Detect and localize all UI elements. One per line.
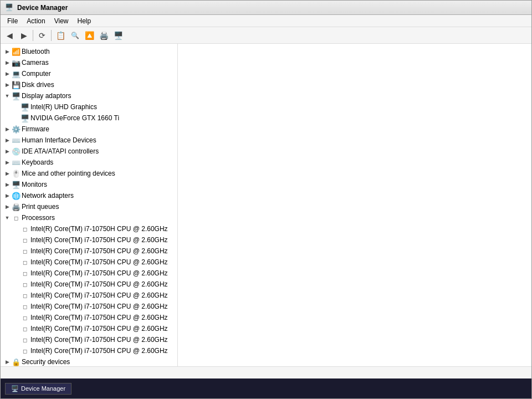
tree-expander[interactable]	[12, 258, 21, 267]
tree-expander[interactable]: ▶	[3, 180, 12, 189]
tree-expander[interactable]	[12, 103, 21, 111]
toolbar-rollback[interactable]: 🖨️	[97, 29, 110, 42]
tree-node-icon: ⚙️	[12, 125, 21, 134]
tree-item[interactable]: 🖥️NVIDIA GeForce GTX 1660 Ti	[1, 112, 177, 124]
tree-node-label: IDE ATA/ATAPI controllers	[22, 147, 99, 155]
tree-item[interactable]: ▶⚙️Firmware	[1, 124, 177, 135]
tree-node-label: Intel(R) Core(TM) i7-10750H CPU @ 2.60GH…	[30, 325, 168, 332]
menu-file[interactable]: File	[3, 16, 22, 26]
menu-help[interactable]: Help	[73, 16, 96, 26]
toolbar-forward[interactable]: ▶	[17, 29, 30, 42]
toolbar-back[interactable]: ◀	[3, 29, 16, 42]
tree-node-label: Intel(R) UHD Graphics	[30, 103, 97, 111]
tree-item[interactable]: ◻Intel(R) Core(TM) i7-10750H CPU @ 2.60G…	[1, 245, 177, 257]
tree-node-label: Intel(R) Core(TM) i7-10750H CPU @ 2.60GH…	[30, 247, 168, 255]
tree-item[interactable]: ◻Intel(R) Core(TM) i7-10750H CPU @ 2.60G…	[1, 279, 177, 290]
tree-item[interactable]: ▶📷Cameras	[1, 57, 177, 68]
tree-item[interactable]: ◻Intel(R) Core(TM) i7-10750H CPU @ 2.60G…	[1, 301, 177, 312]
tree-node-label: Intel(R) Core(TM) i7-10750H CPU @ 2.60GH…	[30, 258, 168, 266]
tree-node-label: Intel(R) Core(TM) i7-10750H CPU @ 2.60GH…	[30, 303, 168, 310]
tree-item[interactable]: ◻Intel(R) Core(TM) i7-10750H CPU @ 2.60G…	[1, 323, 177, 334]
toolbar-refresh[interactable]: ⟳	[35, 29, 49, 42]
tree-expander[interactable]: ▼	[3, 213, 12, 222]
tree-item[interactable]: ▶💿IDE ATA/ATAPI controllers	[1, 146, 177, 157]
tree-expander[interactable]	[12, 280, 21, 289]
toolbar-update[interactable]: 🔼	[83, 29, 96, 42]
tree-expander[interactable]: ▶	[3, 202, 12, 211]
tree-item[interactable]: ▶🖨️Print queues	[1, 201, 177, 212]
tree-node-label: Intel(R) Core(TM) i7-10750H CPU @ 2.60GH…	[30, 336, 168, 344]
tree-expander[interactable]	[12, 324, 21, 333]
tree-expander[interactable]: ▼	[3, 91, 12, 100]
title-bar-text: Device Manager	[17, 4, 68, 12]
tree-expander[interactable]	[12, 291, 21, 300]
menu-view[interactable]: View	[50, 16, 73, 26]
tree-item[interactable]: ◻Intel(R) Core(TM) i7-10750H CPU @ 2.60G…	[1, 290, 177, 301]
tree-expander[interactable]	[12, 114, 21, 122]
tree-node-icon: ⌨️	[12, 136, 21, 145]
status-bar	[1, 366, 531, 378]
tree-node-icon: 🖥️	[21, 114, 29, 122]
tree-node-label: Display adaptors	[22, 92, 71, 100]
tree-item[interactable]: ◻Intel(R) Core(TM) i7-10750H CPU @ 2.60G…	[1, 257, 177, 268]
tree-item[interactable]: ◻Intel(R) Core(TM) i7-10750H CPU @ 2.60G…	[1, 234, 177, 245]
tree-node-icon: ◻	[21, 346, 29, 355]
tree-item[interactable]: ▼◻Processors	[1, 212, 177, 223]
tree-item[interactable]: ◻Intel(R) Core(TM) i7-10750H CPU @ 2.60G…	[1, 345, 177, 356]
tree-item[interactable]: ▼🖥️Display adaptors	[1, 90, 177, 101]
tree-item[interactable]: ▶💻Computer	[1, 68, 177, 79]
device-manager-window: 🖥️ Device Manager File Action View Help …	[0, 0, 532, 399]
tree-item[interactable]: ▶📶Bluetooth	[1, 46, 177, 57]
tree-item[interactable]: ▶💾Disk drives	[1, 79, 177, 90]
tree-node-label: Intel(R) Core(TM) i7-10750H CPU @ 2.60GH…	[30, 269, 168, 277]
tree-expander[interactable]: ▶	[3, 169, 12, 178]
tree-panel[interactable]: ▶📶Bluetooth▶📷Cameras▶💻Computer▶💾Disk dri…	[1, 44, 178, 366]
tree-expander[interactable]	[12, 335, 21, 344]
toolbar-sep-1	[33, 30, 33, 41]
tree-item[interactable]: ◻Intel(R) Core(TM) i7-10750H CPU @ 2.60G…	[1, 334, 177, 345]
tree-item[interactable]: ▶⌨️Keyboards	[1, 157, 177, 168]
tree-node-icon: ◻	[21, 335, 29, 344]
tree-node-label: Security devices	[22, 358, 70, 366]
tree-node-label: Mice and other pointing devices	[22, 170, 115, 177]
tree-expander[interactable]: ▶	[3, 147, 12, 156]
toolbar-scan[interactable]: 🔍	[68, 29, 81, 42]
taskbar-device-manager[interactable]: 🖥️ Device Manager	[5, 383, 71, 395]
tree-node-icon: ◻	[21, 291, 29, 300]
tree-expander[interactable]	[12, 313, 21, 322]
tree-node-icon: ⌨️	[12, 158, 21, 167]
tree-item[interactable]: ◻Intel(R) Core(TM) i7-10750H CPU @ 2.60G…	[1, 312, 177, 323]
toolbar-sep-2	[51, 30, 52, 41]
tree-expander[interactable]	[12, 302, 21, 311]
tree-item[interactable]: 🖥️Intel(R) UHD Graphics	[1, 101, 177, 112]
tree-expander[interactable]: ▶	[3, 125, 12, 134]
tree-expander[interactable]	[12, 346, 21, 355]
toolbar-disable[interactable]: 🖥️	[111, 29, 125, 42]
tree-expander[interactable]: ▶	[3, 47, 12, 56]
toolbar-properties[interactable]: 📋	[54, 29, 67, 42]
tree-expander[interactable]	[12, 236, 21, 244]
tree-item[interactable]: ▶🖱️Mice and other pointing devices	[1, 168, 177, 179]
tree-expander[interactable]	[12, 247, 21, 255]
tree-node-label: Bluetooth	[22, 48, 50, 55]
menu-action[interactable]: Action	[22, 16, 49, 26]
taskbar-icon: 🖥️	[11, 385, 19, 392]
tree-expander[interactable]: ▶	[3, 58, 12, 67]
tree-node-label: Print queues	[22, 203, 59, 211]
tree-item[interactable]: ▶🌐Network adapters	[1, 190, 177, 201]
tree-expander[interactable]: ▶	[3, 158, 12, 167]
tree-expander[interactable]: ▶	[3, 136, 12, 145]
tree-node-icon: 🖱️	[12, 169, 21, 178]
tree-node-icon: ◻	[21, 224, 29, 233]
tree-expander[interactable]	[12, 224, 21, 233]
tree-item[interactable]: ◻Intel(R) Core(TM) i7-10750H CPU @ 2.60G…	[1, 223, 177, 234]
tree-expander[interactable]: ▶	[3, 357, 12, 366]
tree-item[interactable]: ▶🔒Security devices	[1, 356, 177, 366]
tree-expander[interactable]	[12, 269, 21, 278]
tree-item[interactable]: ◻Intel(R) Core(TM) i7-10750H CPU @ 2.60G…	[1, 268, 177, 279]
tree-expander[interactable]: ▶	[3, 80, 12, 89]
tree-item[interactable]: ▶⌨️Human Interface Devices	[1, 135, 177, 146]
tree-item[interactable]: ▶🖥️Monitors	[1, 179, 177, 190]
tree-expander[interactable]: ▶	[3, 191, 12, 200]
tree-expander[interactable]: ▶	[3, 69, 12, 78]
